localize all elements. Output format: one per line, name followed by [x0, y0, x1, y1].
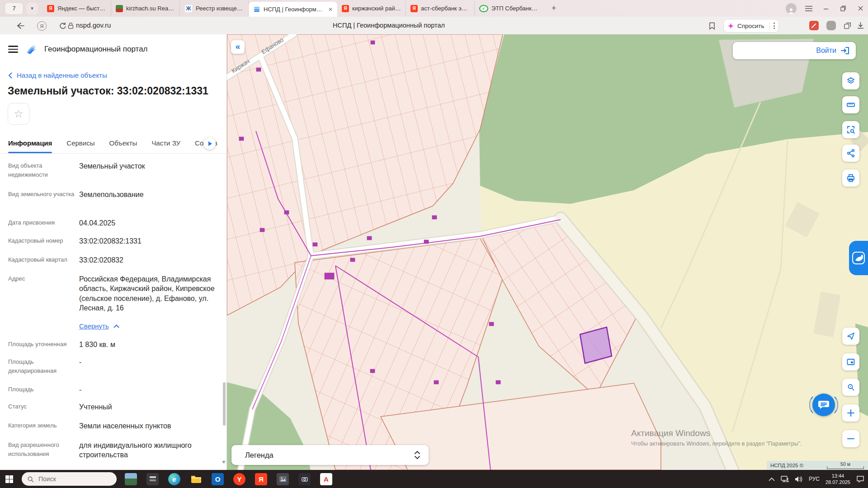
- window-minimize-icon[interactable]: [821, 4, 831, 14]
- object-info-panel: Геоинформационный портал Назад в найденн…: [0, 34, 227, 470]
- clock[interactable]: 13:44 28.07.2025: [826, 473, 850, 486]
- zoom-in-button[interactable]: [842, 404, 859, 422]
- window-restore-icon[interactable]: [838, 4, 848, 14]
- browser-menu-icon[interactable]: [804, 4, 814, 14]
- emblem-favicon: Ж: [184, 5, 193, 13]
- yandex-favicon: Я: [342, 5, 349, 12]
- nspd-logo: [25, 43, 37, 55]
- tab-counter[interactable]: 7: [5, 2, 24, 15]
- nspd-mascot-button[interactable]: [849, 241, 868, 275]
- browser-tab-6[interactable]: Я аст-сбербанк электронна: [406, 1, 475, 16]
- side-panels-icon[interactable]: [843, 21, 852, 30]
- nspd-favicon: [253, 6, 260, 13]
- crest-favicon: [116, 5, 123, 12]
- browser-tab-7[interactable]: ✓ ЭТП Сбербанк-АСТ: [475, 1, 543, 16]
- selected-parcel[interactable]: [580, 327, 612, 363]
- yandex-app-icon[interactable]: Я: [255, 473, 267, 485]
- bookmark-icon[interactable]: [707, 20, 717, 31]
- attribution-text: НСПД 2025 ©: [770, 463, 803, 468]
- new-tab-button[interactable]: +: [547, 2, 561, 15]
- app-title: Геоинформационный портал: [44, 45, 148, 54]
- extension-2-icon[interactable]: [826, 21, 836, 30]
- downloads-icon[interactable]: [856, 21, 865, 30]
- image-viewer-icon[interactable]: [277, 473, 289, 485]
- file-explorer-icon[interactable]: [190, 473, 202, 485]
- search-input[interactable]: [38, 475, 107, 483]
- volume-icon[interactable]: [795, 476, 803, 483]
- favorite-star-button[interactable]: ☆: [8, 103, 29, 125]
- windows-taskbar: e O Y Я A РУС 13:44 28.07.2025: [0, 470, 868, 488]
- tray-expand-icon[interactable]: [769, 477, 775, 481]
- ruler-button[interactable]: [842, 96, 859, 113]
- yandex-favicon: Я: [410, 5, 418, 12]
- browser-tab-2[interactable]: kirzhach.su Reart - систем: [111, 1, 180, 16]
- acrobat-icon[interactable]: A: [320, 473, 332, 485]
- tab-list-chevron-icon[interactable]: ▾: [26, 3, 38, 14]
- task-view-icon[interactable]: [146, 473, 159, 485]
- login-button[interactable]: Войти: [733, 42, 856, 59]
- notifications-icon[interactable]: [856, 475, 864, 483]
- chevron-left-icon: [8, 72, 12, 79]
- area-search-button[interactable]: [842, 121, 859, 138]
- locate-me-button[interactable]: [842, 328, 859, 345]
- sparkle-icon: [727, 23, 734, 29]
- start-button[interactable]: [0, 470, 18, 488]
- outlook-icon[interactable]: O: [212, 473, 224, 485]
- tab-objects[interactable]: Объекты: [109, 133, 137, 153]
- ask-button[interactable]: Спросить: [723, 19, 779, 33]
- panel-tabs: Информация Сервисы Объекты Части ЗУ Сост…: [0, 133, 226, 154]
- mini-map-button[interactable]: [842, 353, 859, 371]
- yandex-favicon: Я: [47, 5, 54, 12]
- edge-icon[interactable]: e: [168, 473, 180, 485]
- tabs-scroll-right-button[interactable]: [203, 137, 216, 150]
- tab-services[interactable]: Сервисы: [66, 133, 94, 153]
- parcel-title: Земельный участок: 33:02:020832:1331: [8, 85, 208, 97]
- url-text[interactable]: nspd.gov.ru: [76, 21, 111, 29]
- share-button[interactable]: [842, 145, 859, 162]
- object-search-button[interactable]: [842, 379, 859, 396]
- language-indicator[interactable]: РУС: [809, 476, 820, 482]
- browser-tab-strip: 7 ▾ Я Яндекс — быстрый поиск kirzhach.su…: [0, 0, 868, 17]
- chat-bubble-icon: [812, 394, 835, 416]
- chat-widget-button[interactable]: [809, 390, 838, 419]
- print-button[interactable]: [842, 169, 859, 187]
- taskbar-search[interactable]: [22, 472, 117, 486]
- windows-activation-watermark: Активация Windows Чтобы активировать Win…: [631, 428, 802, 447]
- window-close-icon[interactable]: [855, 4, 865, 14]
- menu-icon[interactable]: [8, 46, 18, 53]
- legend-toggle[interactable]: Легенда: [231, 445, 429, 465]
- profile-avatar[interactable]: [786, 3, 797, 14]
- extension-1-icon[interactable]: [809, 21, 819, 30]
- search-icon: [27, 476, 34, 483]
- tab-close-icon[interactable]: ✕: [328, 6, 333, 13]
- browser-tab-3[interactable]: Ж Реестр извещений: [180, 1, 249, 16]
- tab-information[interactable]: Информация: [8, 133, 52, 153]
- scroll-down-icon[interactable]: [222, 461, 226, 464]
- browser-tab-1[interactable]: Я Яндекс — быстрый поиск: [42, 1, 111, 16]
- back-icon[interactable]: [15, 20, 26, 31]
- panel-scrollbar[interactable]: [223, 382, 226, 426]
- screenshot-tool-icon[interactable]: [298, 473, 311, 485]
- network-icon[interactable]: [781, 476, 789, 483]
- browser-tab-active-nspd[interactable]: НСПД | Геоинформаци ✕: [249, 2, 337, 17]
- sber-check-favicon: ✓: [479, 5, 488, 12]
- ask-more-icon[interactable]: [769, 22, 775, 29]
- collapse-panel-button[interactable]: «: [231, 40, 245, 54]
- browser-address-bar: Я nspd.gov.ru НСПД | Геоинформационный п…: [0, 17, 868, 35]
- browser-tab-5[interactable]: Я киржачский районный су: [337, 1, 406, 16]
- yandex-browser-icon[interactable]: Y: [233, 473, 245, 485]
- tab-parts[interactable]: Части ЗУ: [151, 133, 180, 153]
- collapse-address-link[interactable]: Свернуть: [79, 322, 119, 330]
- map-canvas[interactable]: Киржач Ефаново « Войти: [227, 34, 868, 470]
- map-render: Киржач Ефаново: [227, 34, 868, 470]
- back-to-results-link[interactable]: Назад в найденные объекты: [8, 71, 107, 79]
- lock-icon[interactable]: [65, 20, 76, 31]
- photos-app-icon[interactable]: [125, 473, 137, 485]
- yandex-search-icon[interactable]: Я: [37, 21, 47, 31]
- scale-bar: 50 м: [826, 462, 864, 469]
- map-attribution: НСПД 2025 © 50 м: [767, 461, 868, 470]
- layers-button[interactable]: [842, 72, 859, 89]
- page-title: НСПД | Геоинформационный портал: [333, 22, 445, 29]
- screen: 7 ▾ Я Яндекс — быстрый поиск kirzhach.su…: [0, 0, 868, 488]
- zoom-out-button[interactable]: [842, 430, 859, 447]
